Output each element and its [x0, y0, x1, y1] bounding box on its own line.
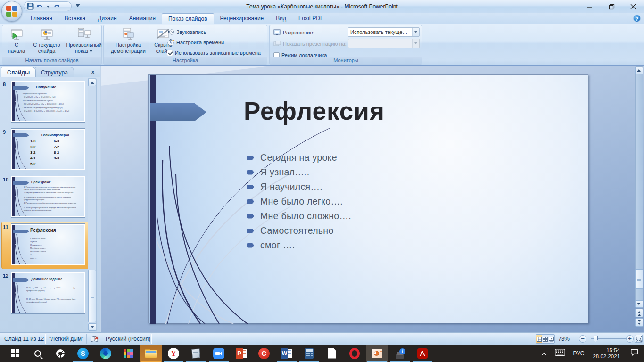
tab-animatsiya[interactable]: Анимация [123, 13, 162, 24]
checkbox-checked-icon [167, 50, 173, 56]
bullet-item: Мне было легко…. [247, 194, 351, 209]
scroll-down-icon[interactable] [635, 300, 643, 308]
tab-slides[interactable]: Слайды [1, 67, 36, 77]
tab-vid[interactable]: Вид [270, 13, 292, 24]
undo-icon[interactable] [36, 3, 44, 10]
scroll-up-icon[interactable] [88, 79, 96, 86]
tray-expand-icon[interactable] [541, 349, 547, 358]
thumbnail-list: 8 Получение Ферментативное брожение CH₃C… [0, 77, 88, 332]
fit-to-window-button[interactable] [635, 335, 643, 343]
scroll-up-icon[interactable] [635, 67, 643, 74]
record-narration-button[interactable]: Звукозапись [167, 28, 206, 36]
taskbar-colorful-app[interactable] [117, 345, 140, 362]
taskbar-powerpoint-2007-active[interactable] [366, 345, 388, 362]
use-timings-checkbox[interactable]: Использовать записанные времена [167, 49, 261, 57]
taskbar-yandex[interactable]: Y [162, 345, 185, 362]
tab-outline[interactable]: Структура [35, 67, 74, 77]
taskbar-printer[interactable]: i [388, 345, 411, 362]
save-icon[interactable] [27, 3, 34, 10]
taskbar-skype[interactable]: S [72, 345, 94, 362]
scroll-down-icon[interactable] [88, 323, 96, 331]
restore-button[interactable] [601, 0, 622, 13]
tray-clock[interactable]: 15:5428.02.2021 [593, 347, 620, 360]
ribbon: С начала С текущего слайда Произвольный … [0, 24, 644, 66]
zoom-level[interactable]: 73% [558, 333, 570, 345]
thumbnail-slide-11-selected[interactable]: 11 Рефлексия Сегодня на уроке Я узнал… Я… [0, 223, 88, 267]
settings-button[interactable] [49, 345, 72, 362]
windows-logo-icon [11, 349, 19, 357]
title-bar: Тема урока «Карбоновые кислоты» - Micros… [0, 0, 644, 13]
workspace-scrollbar[interactable] [635, 66, 643, 332]
help-icon[interactable]: ? [633, 15, 641, 22]
main-area: Слайды Структура x 8 Получение Ферментат… [0, 66, 644, 332]
previous-slide-button[interactable] [635, 309, 643, 317]
minimize-button[interactable] [579, 0, 601, 13]
from-current-slide-button[interactable]: С текущего слайда [30, 26, 64, 57]
thumbnail-slide-8[interactable]: 8 Получение Ферментативное брожение CH₃C… [0, 81, 88, 124]
taskbar-file-explorer[interactable] [140, 345, 162, 362]
taskbar-zoom[interactable] [207, 345, 230, 362]
taskbar-calculator[interactable] [298, 345, 321, 362]
undo-dropdown-icon[interactable] [47, 5, 50, 8]
next-slide-button[interactable] [635, 318, 643, 327]
taskbar-notepad[interactable] [185, 345, 207, 362]
start-button[interactable] [4, 345, 26, 362]
office-button[interactable] [1, 1, 22, 22]
language-indicator[interactable]: Русский (Россия) [106, 333, 150, 345]
thumbnail-slide-9[interactable]: 9 Взаимопроверка 1-3 2-2 3-2 4-1 5-2 6-3… [0, 128, 88, 172]
combo-dropdown-icon [412, 28, 419, 36]
rehearse-timings-button[interactable]: Настройка времени [167, 38, 224, 47]
from-beginning-button[interactable]: С начала [4, 26, 29, 57]
theme-name[interactable]: "Легкий дым" [49, 333, 83, 345]
thumbnail-slide-12[interactable]: 12 Домашнее задание П.48, стр.282 вопр. … [0, 272, 88, 315]
tab-pokaz-slaidov[interactable]: Показ слайдов [162, 13, 214, 24]
document-icon [328, 348, 336, 359]
qat-customize-button[interactable] [74, 4, 81, 9]
taskbar-acrobat[interactable] [411, 345, 434, 362]
bullet-item: Я узнал….. [247, 165, 351, 180]
tab-vstavka[interactable]: Вставка [58, 13, 92, 24]
group-label: Настройка [104, 57, 267, 64]
panel-scrollbar-thumb[interactable] [88, 270, 96, 322]
redo-icon[interactable] [52, 3, 60, 10]
tab-retsenzirovanie[interactable]: Рецензирование [214, 13, 270, 24]
tray-language[interactable]: РУС [573, 350, 584, 357]
taskbar-opera[interactable] [343, 345, 366, 362]
acrobat-icon [417, 348, 428, 359]
panel-scrollbar[interactable] [88, 78, 97, 331]
slide-canvas[interactable]: Рефлексия Сегодня на уроке Я узнал….. Я … [148, 74, 588, 323]
custom-slideshow-button[interactable]: Произвольный показ [66, 26, 101, 57]
slide-bullet-list[interactable]: Сегодня на уроке Я узнал….. Я научился….… [247, 150, 351, 253]
resolution-icon [273, 29, 281, 36]
status-bar: Слайд 11 из 12 "Легкий дым" Русский (Рос… [0, 332, 644, 345]
tab-dizain[interactable]: Дизайн [91, 13, 123, 24]
close-button[interactable] [622, 0, 644, 13]
powerpoint-icon: P [236, 348, 247, 359]
zoom-out-icon[interactable]: − [579, 335, 586, 343]
bullet-marker-icon [247, 229, 254, 233]
touch-keyboard-icon[interactable] [555, 349, 565, 358]
setup-slideshow-button[interactable]: Настройка демонстрации [107, 26, 150, 57]
resolution-combobox[interactable]: Использовать текуще… [348, 27, 420, 37]
taskbar: S Y P C W i РУС 15:5428.02.2021 [0, 345, 644, 362]
taskbar-powerpoint[interactable]: P [230, 345, 253, 362]
bullet-marker-icon [247, 170, 254, 175]
action-center-icon[interactable] [630, 349, 638, 358]
taskbar-new-document[interactable] [321, 345, 343, 362]
slide-sorter-view-button[interactable] [542, 335, 548, 343]
zoom-in-icon[interactable]: + [626, 335, 634, 343]
zoom-slider-handle[interactable] [594, 336, 598, 342]
taskbar-edge[interactable] [94, 345, 117, 362]
thumbnail-slide-10[interactable]: 10 Цели урока: 1. Узнать состав вещества… [0, 176, 88, 219]
workspace: Рефлексия Сегодня на уроке Я узнал….. Я … [101, 66, 644, 332]
tab-glavnaya[interactable]: Главная [25, 13, 58, 24]
panel-close-icon[interactable]: x [90, 68, 96, 75]
tab-foxit-pdf[interactable]: Foxit PDF [292, 13, 330, 24]
workspace-scrollbar-thumb[interactable] [635, 269, 643, 289]
taskbar-word[interactable]: W [275, 345, 298, 362]
taskbar-ccleaner[interactable]: C [253, 345, 275, 362]
slide-title[interactable]: Рефлексия [244, 99, 385, 123]
slideshow-view-button[interactable] [548, 335, 554, 343]
search-button[interactable] [26, 345, 49, 362]
normal-view-button[interactable] [536, 335, 542, 343]
